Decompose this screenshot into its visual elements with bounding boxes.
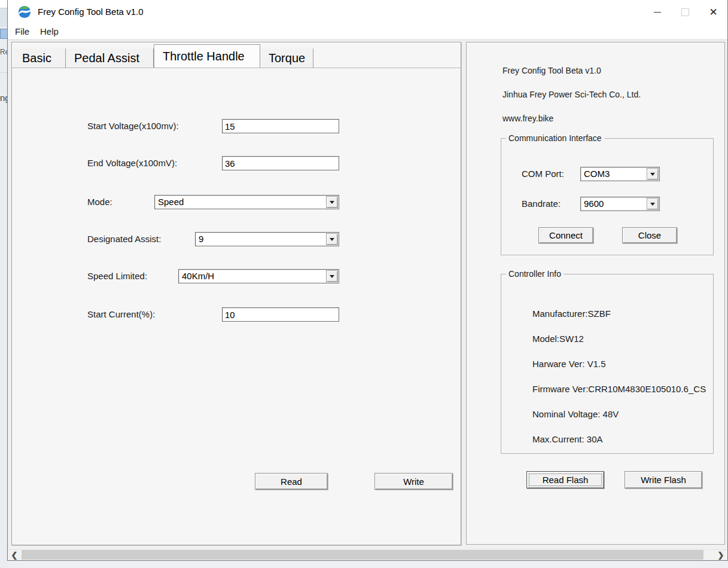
speed-limited-value: 40Km/H (182, 270, 214, 283)
settings-tab-control: Basic Pedal Assist Throttle Handle Torqu… (11, 42, 461, 545)
chevron-down-icon (330, 201, 334, 206)
manufacturer-text: Manufacturer:SZBF (532, 309, 611, 319)
connect-button[interactable]: Connect (538, 227, 593, 243)
company-text: Jinhua Frey Power Sci-Tech Co., Ltd. (502, 90, 641, 99)
tab-pedal-assist[interactable]: Pedal Assist (66, 48, 154, 68)
hardware-version-text: Harware Ver: V1.5 (532, 359, 606, 369)
tab-strip: Basic Pedal Assist Throttle Handle Torqu… (14, 44, 313, 68)
com-port-label: COM Port: (522, 167, 564, 181)
start-voltage-label: Start Voltage(x100mv): (87, 119, 179, 133)
com-port-value: COM3 (584, 167, 610, 181)
read-button[interactable]: Read (255, 473, 328, 490)
controller-info-group: Controller Info Manufacturer:SZBF Model:… (501, 274, 714, 454)
background-text-fragment: Rer (0, 48, 7, 56)
start-voltage-input[interactable] (222, 119, 339, 133)
background-strip (0, 0, 7, 8)
menu-file[interactable]: File (11, 24, 33, 39)
bandrate-label: Bandrate: (522, 197, 561, 211)
tab-throttle-handle[interactable]: Throttle Handle (154, 44, 260, 68)
chevron-down-icon (650, 173, 655, 178)
communication-interface-group: Communication Interface COM Port: COM3 B… (501, 138, 714, 255)
app-window: Frey Config Tool Beta v1.0 ✕ File Help B… (7, 0, 728, 561)
designated-assist-value: 9 (199, 233, 203, 246)
com-port-select[interactable]: COM3 (580, 167, 660, 181)
bandrate-dropdown-button[interactable] (647, 198, 659, 210)
close-button[interactable]: ✕ (699, 0, 727, 24)
tab-torque[interactable]: Torque (260, 48, 313, 68)
maximize-button[interactable] (671, 0, 699, 24)
screen: Rer ng Frey Config Tool Beta v1.0 ✕ File… (0, 0, 728, 568)
scrollbar-thumb[interactable] (22, 550, 703, 560)
horizontal-scrollbar[interactable]: ❮ ❯ (8, 549, 727, 560)
end-voltage-label: End Voltage(x100mV): (87, 156, 177, 170)
controller-info-title: Controller Info (506, 269, 563, 279)
caption-controls: ✕ (643, 0, 727, 24)
read-flash-button[interactable]: Read Flash (526, 471, 604, 488)
background-text-fragment: ng (0, 93, 7, 103)
menu-bar: File Help (8, 24, 727, 40)
designated-assist-label: Designated Assist: (87, 232, 161, 246)
speed-limited-select[interactable]: 40Km/H (178, 269, 339, 283)
mode-select[interactable]: Speed (154, 195, 339, 209)
speed-limited-dropdown-button[interactable] (326, 270, 338, 282)
menu-help[interactable]: Help (36, 24, 62, 39)
window-title: Frey Config Tool Beta v1.0 (38, 0, 143, 24)
chevron-down-icon (330, 275, 334, 280)
client-area: Basic Pedal Assist Throttle Handle Torqu… (8, 40, 727, 549)
start-current-label: Start Current(%): (87, 307, 155, 322)
bandrate-select[interactable]: 9600 (580, 197, 660, 211)
throttle-handle-page: Start Voltage(x100mv): End Voltage(x100m… (12, 68, 461, 545)
app-logo-icon (18, 5, 31, 19)
mode-value: Speed (158, 196, 184, 209)
write-flash-button[interactable]: Write Flash (625, 471, 702, 488)
mode-dropdown-button[interactable] (326, 196, 338, 208)
info-panel: Frey Config Tool Beta v1.0 Jinhua Frey P… (466, 42, 725, 545)
mode-label: Mode: (87, 195, 112, 209)
bandrate-value: 9600 (584, 197, 604, 210)
write-button[interactable]: Write (374, 473, 453, 490)
model-text: Model:SW12 (532, 334, 584, 344)
max-current-text: Max.Current: 30A (532, 434, 603, 444)
background-divider (0, 72, 7, 73)
background-band (0, 8, 7, 27)
background-blue-icon (0, 29, 7, 39)
start-current-input[interactable] (222, 307, 339, 322)
nominal-voltage-text: Nominal Voltage: 48V (532, 409, 619, 419)
background-window-sliver: Rer ng (0, 0, 7, 568)
website-text: www.frey.bike (502, 114, 553, 123)
app-name-text: Frey Config Tool Beta v1.0 (502, 66, 601, 75)
chevron-down-icon (330, 238, 334, 243)
designated-assist-select[interactable]: 9 (195, 232, 339, 246)
chevron-down-icon (650, 203, 655, 208)
minimize-button[interactable] (643, 0, 671, 24)
communication-interface-title: Communication Interface (506, 133, 604, 143)
scroll-right-icon[interactable]: ❯ (714, 550, 727, 560)
title-bar[interactable]: Frey Config Tool Beta v1.0 ✕ (8, 0, 727, 24)
tab-basic[interactable]: Basic (14, 48, 66, 68)
speed-limited-label: Speed Limited: (87, 269, 147, 283)
com-port-dropdown-button[interactable] (647, 168, 659, 180)
firmware-version-text: Firmware Ver:CRR10M4830E105010.6_CS (532, 384, 706, 394)
designated-assist-dropdown-button[interactable] (326, 233, 338, 245)
end-voltage-input[interactable] (222, 156, 339, 170)
scroll-left-icon[interactable]: ❮ (8, 550, 21, 560)
close-serial-button[interactable]: Close (622, 227, 677, 243)
